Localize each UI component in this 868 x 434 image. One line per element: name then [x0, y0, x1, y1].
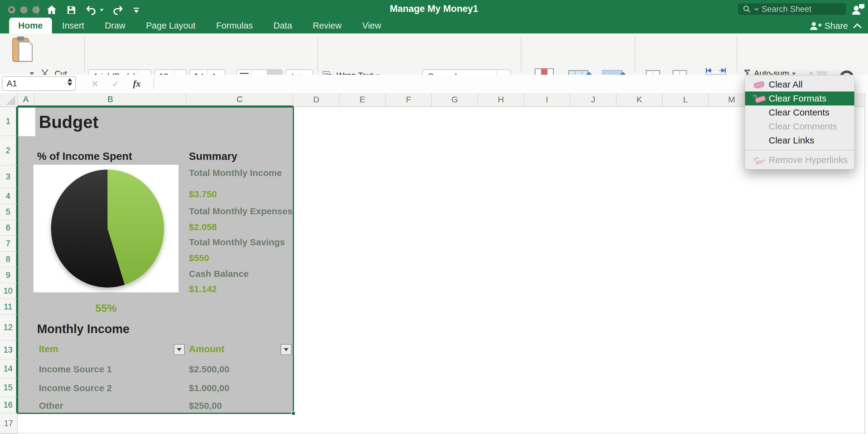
group-separator [317, 36, 318, 72]
share-label: Share [825, 21, 848, 31]
cancel-entry-button[interactable]: ✕ [91, 75, 99, 92]
menu-item-label: Clear Formats [769, 93, 827, 104]
formula-divider [153, 78, 154, 89]
confirm-entry-button[interactable]: ✓ [112, 75, 119, 92]
clear-dropdown-menu: Clear All%Clear FormatsClear ContentsCle… [745, 76, 855, 170]
eraser-icon [750, 80, 769, 89]
row-header-3[interactable]: 3 [0, 166, 18, 189]
column-header-D[interactable]: D [293, 93, 340, 107]
group-separator [85, 36, 85, 72]
row-header-12[interactable]: 12 [0, 315, 18, 341]
row-header-2[interactable]: 2 [0, 136, 18, 166]
menu-item-label: Clear Comments [769, 121, 837, 132]
menu-item-label: Remove Hyperlinks [769, 155, 848, 165]
menu-item-clear-formats[interactable]: %Clear Formats [745, 91, 854, 106]
tab-insert[interactable]: Insert [52, 18, 95, 33]
ribbon-tabs: HomeInsertDrawPage LayoutFormulasDataRev… [9, 18, 392, 33]
collapse-ribbon-icon[interactable] [852, 22, 863, 30]
row-header-11[interactable]: 11 [0, 299, 18, 315]
group-separator [521, 36, 522, 72]
select-all-corner[interactable] [0, 93, 18, 107]
row-header-6[interactable]: 6 [0, 220, 18, 236]
row-header-15[interactable]: 15 [0, 378, 18, 397]
menu-item-label: Clear Contents [769, 107, 830, 118]
row-header-13[interactable]: 13 [0, 341, 18, 359]
column-header-H[interactable]: H [478, 93, 524, 107]
fill-handle[interactable] [291, 411, 296, 415]
menu-item-clear-comments: Clear Comments [745, 119, 854, 134]
column-header-I[interactable]: I [524, 93, 570, 107]
row-header-7[interactable]: 7 [0, 236, 18, 252]
row-header-4[interactable]: 4 [0, 189, 18, 204]
tab-data[interactable]: Data [263, 18, 303, 33]
share-button[interactable]: Share [809, 21, 848, 31]
ribbon: Paste Cut Copy Format Arial (Body) 12 A … [0, 33, 868, 76]
search-icon [742, 5, 751, 14]
tab-draw[interactable]: Draw [94, 18, 136, 33]
tab-page-layout[interactable]: Page Layout [136, 18, 206, 33]
tab-formulas[interactable]: Formulas [206, 18, 263, 33]
spreadsheet-grid[interactable]: ABCDEFGHIJKLMNOP 12345678910111213141516… [0, 93, 868, 434]
eraser-percent-icon: % [750, 93, 769, 104]
name-box-spinner[interactable] [67, 78, 72, 86]
tab-view[interactable]: View [352, 18, 392, 33]
search-scope-chevron-icon [754, 7, 759, 11]
column-header-B[interactable]: B [35, 93, 186, 107]
menu-item-clear-links[interactable]: Clear Links [745, 134, 854, 147]
selection-border [17, 106, 294, 414]
column-header-A[interactable]: A [18, 93, 35, 107]
column-header-C[interactable]: C [186, 93, 293, 107]
svg-text:%: % [753, 93, 757, 98]
search-placeholder: Search Sheet [762, 5, 811, 14]
tab-review[interactable]: Review [303, 18, 352, 33]
title-bar: Manage My Money1 Search Sheet HomeInsert… [0, 0, 868, 33]
name-box[interactable]: A1 [2, 76, 76, 91]
column-header-F[interactable]: F [386, 93, 432, 107]
contacts-icon[interactable] [850, 2, 866, 18]
row-header-5[interactable]: 5 [0, 204, 18, 220]
paste-button[interactable] [11, 36, 33, 64]
row-header-10[interactable]: 10 [0, 283, 18, 299]
row-header-9[interactable]: 9 [0, 267, 18, 283]
row-header-14[interactable]: 14 [0, 359, 18, 378]
menu-item-label: Clear Links [769, 135, 814, 146]
row-header-16[interactable]: 16 [0, 397, 18, 413]
gridline-bottom [0, 433, 868, 433]
column-header-E[interactable]: E [340, 93, 386, 107]
menu-item-clear-all[interactable]: Clear All [745, 78, 854, 91]
row-header-8[interactable]: 8 [0, 252, 18, 267]
menu-item-clear-contents[interactable]: Clear Contents [745, 106, 854, 119]
column-header-L[interactable]: L [663, 93, 709, 107]
formula-bar: A1 ✕ ✓ fx [0, 75, 868, 94]
column-header-J[interactable]: J [570, 93, 617, 107]
broken-link-icon [750, 155, 769, 165]
menu-item-remove-hyperlinks: Remove Hyperlinks [745, 153, 854, 167]
vertical-scrollbar[interactable] [864, 93, 868, 434]
group-separator [635, 36, 636, 72]
group-separator [737, 36, 737, 72]
tab-home[interactable]: Home [9, 18, 52, 33]
name-box-value: A1 [7, 79, 17, 88]
insert-function-button[interactable]: fx [133, 75, 141, 92]
menu-separator [745, 150, 854, 150]
share-person-icon [809, 21, 822, 31]
row-header-1[interactable]: 1 [0, 107, 18, 136]
search-sheet-input[interactable]: Search Sheet [738, 3, 846, 15]
menu-item-label: Clear All [769, 79, 803, 90]
row-header-17[interactable]: 17 [0, 413, 18, 434]
column-header-G[interactable]: G [432, 93, 478, 107]
column-header-K[interactable]: K [617, 93, 663, 107]
